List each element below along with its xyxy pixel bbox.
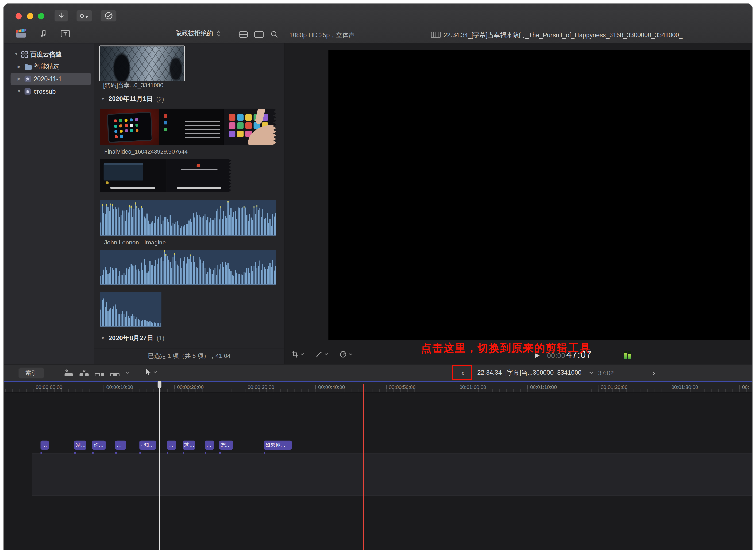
audio-meter-right bbox=[628, 351, 631, 359]
close-button[interactable] bbox=[15, 13, 21, 19]
connect-clip-icon bbox=[64, 368, 74, 377]
chevron-down-icon bbox=[589, 372, 594, 375]
append-clip-button[interactable] bbox=[94, 368, 104, 377]
ruler-tick: 00:00:20:00 bbox=[174, 381, 204, 393]
browser-filter-dropdown[interactable]: 隐藏被拒绝的 bbox=[175, 29, 221, 38]
key-icon bbox=[80, 13, 89, 19]
timeline-ruler[interactable]: 00:00:00:0000:00:10:0000:00:20:0000:00:3… bbox=[4, 381, 752, 393]
caption-clip[interactable]: 想… bbox=[219, 441, 233, 450]
overwrite-clip-button[interactable] bbox=[110, 368, 120, 377]
waveform bbox=[100, 292, 162, 326]
titles-icon bbox=[61, 30, 70, 38]
waveform bbox=[100, 200, 276, 236]
project-filmstrip-icon bbox=[431, 31, 441, 40]
caption-clip[interactable]: … bbox=[40, 441, 49, 450]
playhead-handle[interactable] bbox=[158, 381, 162, 388]
sidebar-photos-audio-button[interactable] bbox=[40, 29, 47, 38]
browser-filmstrip-clip[interactable] bbox=[100, 109, 276, 145]
browser-clip-label: FinalVideo_1604243929.907644 bbox=[104, 148, 188, 155]
timeline-toolbar: 索引 ‹ 22.34.34_[字幕]当...300000_3341000_ bbox=[4, 364, 752, 381]
ruler-tick: 00:00:50:00 bbox=[386, 381, 416, 393]
retime-tool-dropdown[interactable] bbox=[339, 351, 353, 358]
timeline-project-name: 22.34.34_[字幕]当...300000_3341000_ bbox=[477, 368, 585, 377]
timeline-project-dropdown[interactable]: 22.34.34_[字幕]当...300000_3341000_ 37:02 bbox=[477, 367, 614, 379]
zoom-button[interactable] bbox=[38, 13, 44, 19]
browser-clip-label: [转码]当幸...0_3341000 bbox=[103, 82, 163, 90]
caption-clip[interactable]: … bbox=[115, 441, 126, 450]
clapperboard-icon bbox=[16, 29, 26, 38]
clip-appearance-button[interactable] bbox=[239, 31, 248, 38]
caption-clip-marker bbox=[264, 452, 265, 454]
caption-clip[interactable]: - 知… bbox=[139, 441, 156, 450]
disclosure-open-icon[interactable]: ▼ bbox=[101, 336, 105, 340]
chevron-down-icon[interactable] bbox=[125, 372, 129, 374]
browser-clip-label: John Lennon - Imagine bbox=[104, 239, 166, 246]
browser-view-toggle-button[interactable] bbox=[254, 31, 264, 38]
caption-clip-label: … bbox=[40, 441, 49, 450]
titlebar[interactable]: 隐藏被拒绝的 1080p HD 25p，立体声 22.34.34_[字幕]当幸福… bbox=[4, 4, 752, 44]
browser-audio-clip[interactable] bbox=[100, 250, 276, 285]
insert-clip-icon bbox=[79, 368, 89, 377]
keychain-button[interactable] bbox=[76, 9, 93, 22]
browser-audio-clip[interactable] bbox=[100, 292, 162, 327]
caption-clip[interactable]: … bbox=[167, 441, 176, 450]
background-tasks-button[interactable] bbox=[100, 9, 117, 22]
viewer-project-title: 22.34.34_[字幕]当幸福来敲门_The_Pursuit_of_Happy… bbox=[444, 31, 750, 39]
annotation-text: 点击这里，切换到原来的剪辑工具 bbox=[421, 341, 591, 355]
caption-clip-marker bbox=[115, 452, 117, 454]
browser-filmstrip-clip[interactable] bbox=[100, 159, 231, 192]
overwrite-clip-icon bbox=[110, 368, 120, 377]
sidebar-item-library[interactable]: ▼ 百度云倍速 bbox=[4, 48, 94, 60]
crop-icon bbox=[291, 351, 298, 358]
timeline-body[interactable]: …别…你……- 知……就……想…如果你… bbox=[4, 393, 752, 550]
sort-chevrons-icon bbox=[216, 30, 221, 36]
disclosure-closed-icon[interactable]: ▶ bbox=[16, 64, 22, 69]
browser-audio-clip[interactable] bbox=[100, 200, 276, 236]
connect-clip-button[interactable] bbox=[64, 368, 74, 377]
disclosure-open-icon[interactable]: ▼ bbox=[14, 52, 19, 57]
ruler-tick: 00:01:30:00 bbox=[668, 381, 698, 393]
sidebar-libraries-button[interactable] bbox=[16, 29, 26, 38]
enhance-tool-dropdown[interactable] bbox=[315, 351, 329, 358]
append-clip-icon bbox=[94, 368, 104, 377]
sidebar-titles-generators-button[interactable] bbox=[61, 30, 70, 38]
tool-select-dropdown[interactable] bbox=[145, 368, 157, 376]
timeline-history-forward-button[interactable]: › bbox=[648, 367, 660, 379]
smart-collection-star-icon bbox=[24, 87, 31, 95]
sidebar-item-crossub[interactable]: ▼ crossub bbox=[4, 85, 94, 97]
sidebar-item-event-2020-11-1[interactable]: ▶ 2020-11-1 bbox=[4, 73, 94, 85]
import-media-button[interactable] bbox=[54, 9, 68, 22]
caption-clip[interactable]: 别… bbox=[74, 441, 86, 450]
smart-collection-star-icon bbox=[24, 75, 31, 82]
ruler-tick: 00:01:20:00 bbox=[598, 381, 628, 393]
browser-clip-thumbnail-selected[interactable] bbox=[100, 46, 184, 81]
minimize-button[interactable] bbox=[27, 13, 33, 19]
caption-clip-marker bbox=[139, 452, 141, 454]
caption-clip[interactable]: 如果你… bbox=[264, 441, 292, 450]
ruler-tick: 00:00:10:00 bbox=[103, 381, 133, 393]
caption-clip-marker bbox=[40, 452, 42, 454]
library-grid-icon bbox=[21, 51, 28, 58]
disclosure-closed-icon[interactable]: ▶ bbox=[16, 77, 22, 81]
download-arrow-icon bbox=[58, 12, 65, 19]
playhead[interactable] bbox=[159, 381, 160, 550]
insert-clip-button[interactable] bbox=[79, 368, 89, 377]
waveform bbox=[100, 250, 276, 284]
browser-filter-label: 隐藏被拒绝的 bbox=[175, 29, 213, 38]
index-button[interactable]: 索引 bbox=[19, 367, 44, 378]
search-button[interactable] bbox=[270, 30, 278, 38]
disclosure-open-icon[interactable]: ▼ bbox=[16, 89, 22, 93]
caption-clip[interactable]: … bbox=[205, 441, 214, 450]
sidebar-item-smart-folder[interactable]: ▶ 智能精选 bbox=[4, 61, 94, 72]
ruler-tick: 00:01:10:00 bbox=[527, 381, 557, 393]
audio-meters[interactable] bbox=[624, 351, 631, 359]
caption-clip[interactable]: 你… bbox=[92, 441, 105, 450]
ruler-tick: 00:01:00:00 bbox=[456, 381, 486, 393]
video-canvas bbox=[328, 50, 750, 340]
crop-tool-dropdown[interactable] bbox=[291, 351, 304, 358]
caption-clip-label: … bbox=[205, 441, 214, 450]
caption-clip[interactable]: 就… bbox=[183, 441, 195, 450]
disclosure-open-icon[interactable]: ▼ bbox=[101, 96, 105, 102]
caption-clip-marker bbox=[167, 452, 168, 454]
event-browser: [转码]当幸...0_3341000 ▼ 2020年11月1日 (2) F bbox=[94, 43, 285, 364]
